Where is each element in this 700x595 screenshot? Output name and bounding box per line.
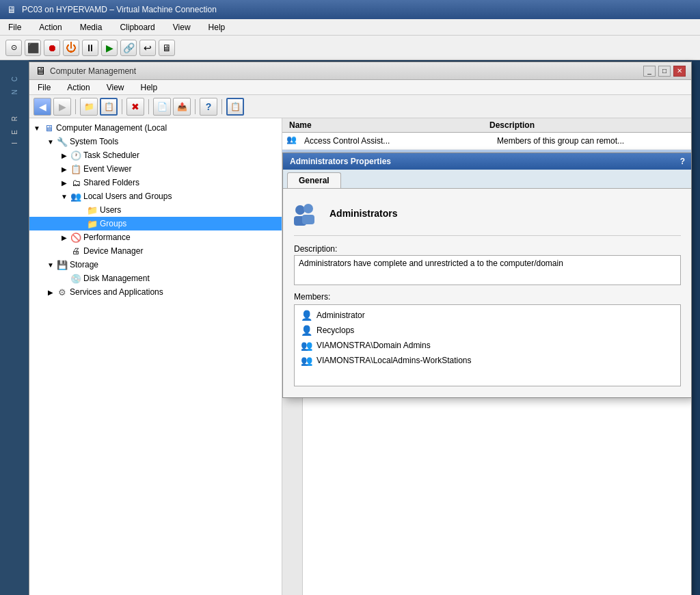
cm-btn-help[interactable]: ? [200, 98, 217, 116]
tree-users[interactable]: 📁 Users [29, 203, 282, 217]
row1-name: Access Control Assist... [301, 136, 494, 146]
cm-maximize-btn[interactable]: □ [658, 66, 671, 77]
member-3-icon: 👥 [300, 339, 312, 352]
tree-root[interactable]: ▼ 🖥 Computer Management (Local [29, 121, 282, 135]
vm-btn-connect[interactable]: 🔗 [120, 40, 137, 56]
disk-management-label: Disk Management [83, 274, 150, 283]
storage-expand[interactable]: ▼ [46, 260, 55, 269]
member-1-icon: 👤 [300, 309, 312, 321]
vm-menu-file[interactable]: File [5, 22, 24, 33]
root-expand-icon[interactable]: ▼ [32, 123, 42, 133]
cm-window: 🖥 Computer Management _ □ ✕ File Action … [29, 62, 692, 595]
cm-menu-action[interactable]: Action [63, 82, 94, 93]
cm-btn-forward[interactable]: ▶ [53, 98, 71, 116]
cm-menu-help[interactable]: Help [137, 82, 162, 93]
cm-btn-properties[interactable]: 📄 [153, 98, 171, 116]
member-2-name: Recyclops [317, 326, 354, 335]
member-1[interactable]: 👤 Administrator [297, 308, 677, 323]
vm-menu-action[interactable]: Action [36, 22, 64, 33]
users-icon: 📁 [87, 204, 98, 215]
props-desc-value[interactable]: Administrators have complete and unrestr… [294, 255, 681, 285]
cm-close-btn[interactable]: ✕ [673, 66, 686, 77]
tree-services-apps[interactable]: ▶ ⚙ Services and Applications [29, 285, 282, 299]
cm-btn-up-folder[interactable]: 📁 [80, 98, 98, 116]
toolbar-sep-3 [148, 99, 149, 114]
tree-groups[interactable]: 📁 Groups [29, 217, 282, 230]
svg-rect-2 [304, 204, 313, 213]
props-body: Administrators Description: Administrato… [283, 189, 691, 397]
list-header: Name Description [282, 118, 691, 133]
cm-menu-view[interactable]: View [103, 82, 129, 93]
services-apps-expand[interactable]: ▶ [46, 287, 55, 297]
props-header: Administrators [294, 200, 681, 236]
system-tools-expand[interactable]: ▼ [46, 137, 55, 146]
vm-btn-undo[interactable]: ↩ [139, 40, 156, 56]
cm-toolbar: ◀ ▶ 📁 📋 ✖ 📄 📤 ? 📋 [29, 95, 691, 118]
member-4-icon: 👥 [300, 354, 312, 367]
vm-menu-view[interactable]: View [170, 22, 193, 33]
cm-minimize-btn[interactable]: _ [643, 66, 656, 77]
tree-system-tools[interactable]: ▼ 🔧 System Tools [29, 135, 282, 148]
cm-sidebar: ▼ 🖥 Computer Management (Local ▼ 🔧 Syste… [29, 118, 282, 595]
member-2[interactable]: 👤 Recyclops [297, 323, 677, 338]
props-question-btn[interactable]: ? [680, 157, 685, 166]
vm-menu-media[interactable]: Media [77, 22, 105, 33]
vm-btn-pause[interactable]: ⏸ [82, 40, 98, 56]
tab-general[interactable]: General [287, 172, 341, 188]
tree-storage[interactable]: ▼ 💾 Storage [29, 258, 282, 272]
tree-task-scheduler[interactable]: ▶ 🕐 Task Scheduler [29, 148, 282, 162]
tree-shared-folders[interactable]: ▶ 🗂 Shared Folders [29, 176, 282, 189]
local-users-expand[interactable]: ▼ [59, 191, 69, 201]
services-apps-icon: ⚙ [57, 287, 68, 298]
tree-local-users[interactable]: ▼ 👥 Local Users and Groups [29, 189, 282, 203]
tree-event-viewer[interactable]: ▶ 📋 Event Viewer [29, 162, 282, 176]
toolbar-sep-2 [122, 99, 122, 114]
performance-icon: 🚫 [70, 232, 81, 243]
member-3[interactable]: 👥 VIAMONSTRA\Domain Admins [297, 338, 677, 353]
svg-rect-0 [295, 205, 305, 215]
event-viewer-expand[interactable]: ▶ [59, 164, 69, 174]
props-members-list[interactable]: 👤 Administrator 👤 Recyclops 👥 [294, 304, 681, 386]
vm-btn-orange-power[interactable]: ⏻ [63, 40, 79, 56]
vm-btn-stop[interactable]: ⬛ [25, 40, 41, 56]
cm-menu-file[interactable]: File [33, 82, 55, 93]
vm-btn-display[interactable]: 🖥 [159, 40, 175, 56]
row1-description: Members of this group can remot... [494, 136, 687, 146]
toolbar-sep-5 [221, 99, 222, 114]
cm-btn-export[interactable]: 📤 [173, 98, 191, 116]
vm-toolbar: ⊙ ⬛ ⏺ ⏻ ⏸ ▶ 🔗 ↩ 🖥 [0, 36, 700, 60]
properties-dialog: Administrators Properties ? General [282, 153, 691, 398]
cm-btn-show-hide[interactable]: 📋 [100, 98, 118, 116]
cm-titlebar-text: Computer Management [50, 66, 136, 76]
vm-menu-help[interactable]: Help [206, 22, 228, 33]
toolbar-sep-1 [75, 99, 76, 114]
performance-expand[interactable]: ▶ [59, 233, 69, 242]
vm-btn-play[interactable]: ▶ [101, 40, 118, 56]
performance-label: Performance [83, 233, 131, 242]
storage-label: Storage [70, 260, 98, 269]
vm-btn-record[interactable]: ⏺ [44, 40, 60, 56]
event-viewer-label: Event Viewer [83, 164, 131, 174]
cm-btn-back[interactable]: ◀ [33, 98, 51, 116]
vm-btn-back[interactable]: ⊙ [5, 40, 22, 56]
groups-label: Groups [100, 219, 126, 228]
member-4[interactable]: 👥 VIAMONSTRA\LocalAdmins-WorkStations [297, 353, 677, 368]
toolbar-sep-4 [195, 99, 196, 114]
task-scheduler-expand[interactable]: ▶ [59, 150, 69, 160]
system-tools-label: System Tools [70, 137, 118, 146]
cm-body: ▼ 🖥 Computer Management (Local ▼ 🔧 Syste… [29, 118, 691, 595]
cm-btn-view[interactable]: 📋 [226, 98, 244, 116]
props-members-section: Members: 👤 Administrator 👤 Recyclops [294, 292, 681, 386]
tree-disk-management[interactable]: 💿 Disk Management [29, 272, 282, 285]
tree-device-manager[interactable]: 🖨 Device Manager [29, 244, 282, 258]
system-tools-icon: 🔧 [57, 136, 68, 147]
col-description: Description [487, 120, 687, 130]
cm-btn-delete[interactable]: ✖ [126, 98, 144, 116]
shared-folders-expand[interactable]: ▶ [59, 178, 69, 187]
local-users-icon: 👥 [70, 191, 81, 202]
vm-menu-clipboard[interactable]: Clipboard [117, 22, 157, 33]
list-row-1[interactable]: 👥 Access Control Assist... Members of th… [282, 133, 691, 150]
disk-management-expand-placeholder [59, 274, 69, 283]
vm-titlebar: 🖥 PC03 on HYPERVAMD – Virtual Machine Co… [0, 0, 700, 19]
tree-performance[interactable]: ▶ 🚫 Performance [29, 230, 282, 244]
